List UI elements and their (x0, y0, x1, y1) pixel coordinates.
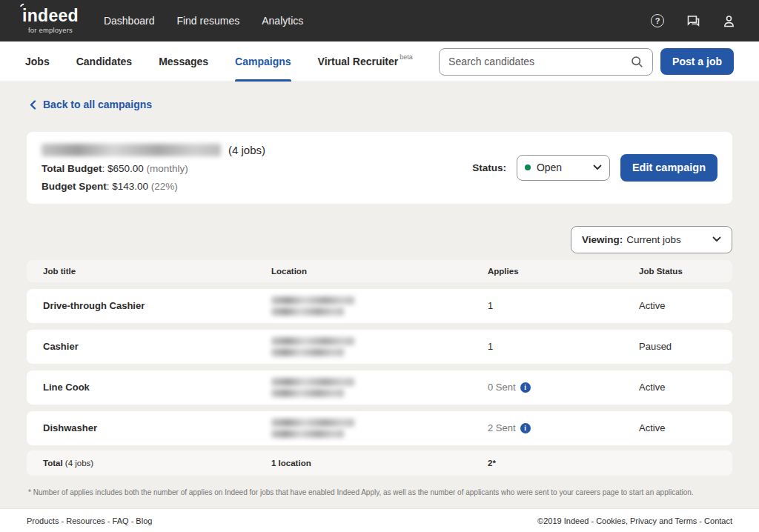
chat-icon[interactable] (685, 13, 701, 29)
table-header-row: Job title Location Applies Job Status (27, 260, 732, 282)
chevron-down-icon (712, 236, 721, 242)
applies-count: 1 (488, 341, 639, 352)
viewing-value: Current jobs (626, 234, 681, 245)
indeed-logo[interactable]: indeed for employers (22, 7, 79, 34)
job-status: Paused (639, 341, 720, 352)
campaign-status-dropdown[interactable]: Open (517, 155, 610, 181)
redacted-campaign-name (42, 144, 221, 156)
job-status: Active (639, 422, 720, 433)
job-title: Cashier (43, 341, 271, 352)
topnav-item-find-resumes[interactable]: Find resumes (176, 15, 239, 27)
footer-right-links: ©2019 Indeed - Cookies, Privacy and Term… (537, 516, 732, 525)
tab-candidates[interactable]: Candidates (76, 41, 132, 82)
chevron-down-icon (593, 164, 602, 170)
search-input[interactable] (448, 56, 631, 67)
footer-left-links: Products - Resources - FAQ - Blog (27, 516, 152, 525)
viewing-filter-dropdown[interactable]: Viewing: Current jobs (571, 226, 732, 253)
account-icon[interactable] (720, 13, 737, 29)
post-a-job-button[interactable]: Post a job (660, 48, 734, 75)
job-title: Dishwasher (43, 422, 271, 433)
budget-spent-line: Budget Spent: $143.00 (22%) (42, 181, 265, 192)
footer-link-blog[interactable]: Blog (136, 516, 152, 525)
applies-count: 0 Sent (488, 382, 639, 393)
total-budget-line: Total Budget: $650.00 (monthly) (42, 163, 265, 174)
topnav-item-analytics[interactable]: Analytics (262, 15, 303, 27)
topnav-links: Dashboard Find resumes Analytics (104, 15, 303, 27)
secondary-navigation-bar: Jobs Candidates Messages Campaigns Virtu… (0, 41, 759, 82)
total-label: Total (43, 459, 63, 468)
status-open-dot-icon (525, 164, 531, 170)
tab-virtual-recruiter[interactable]: Virtual Recruiterbeta (318, 41, 413, 82)
table-row[interactable]: Drive-through Cashier 1 Active (27, 289, 732, 323)
footer-copyright: ©2019 Indeed (537, 516, 589, 525)
table-row[interactable]: Line Cook 0 Sent Active (27, 370, 732, 405)
footer-link-resources[interactable]: Resources (66, 516, 105, 525)
page-footer: Products - Resources - FAQ - Blog ©2019 … (0, 508, 759, 532)
candidate-search-box[interactable] (439, 48, 653, 76)
chevron-left-icon (30, 100, 36, 110)
indeed-logo-text: indeed (22, 7, 79, 24)
job-status: Active (639, 382, 720, 393)
redacted-location (271, 378, 488, 397)
back-to-campaigns-link[interactable]: Back to all campaigns (30, 99, 152, 110)
campaign-summary-card: (4 jobs) Total Budget: $650.00 (monthly)… (27, 132, 732, 204)
topnav-item-dashboard[interactable]: Dashboard (104, 15, 155, 27)
info-icon[interactable] (520, 423, 531, 433)
total-locations: 1 location (271, 459, 488, 468)
footer-link-products[interactable]: Products (27, 516, 59, 525)
job-title: Line Cook (43, 382, 271, 393)
status-label: Status: (472, 162, 506, 173)
footer-link-faq[interactable]: FAQ (113, 516, 129, 525)
jobs-table: Job title Location Applies Job Status Dr… (27, 260, 732, 496)
col-header-job-status: Job Status (639, 267, 720, 276)
campaign-info: (4 jobs) Total Budget: $650.00 (monthly)… (42, 144, 265, 192)
search-icon (631, 56, 643, 68)
main-content: Back to all campaigns (4 jobs) Total Bud… (0, 82, 759, 496)
applies-count: 1 (488, 300, 639, 311)
table-row[interactable]: Dishwasher 2 Sent Active (27, 411, 732, 445)
footer-link-contact[interactable]: Contact (704, 516, 732, 525)
col-header-location: Location (271, 267, 488, 276)
col-header-applies: Applies (488, 267, 639, 276)
applies-count: 2 Sent (488, 422, 639, 433)
edit-campaign-button[interactable]: Edit campaign (620, 154, 717, 182)
redacted-location (271, 337, 488, 356)
beta-badge: beta (400, 53, 413, 61)
total-jobs-count: (4 jobs) (65, 459, 93, 468)
total-applies: 2* (488, 459, 639, 468)
redacted-location (271, 296, 488, 316)
applies-footnote: * Number of applies includes both the nu… (28, 488, 732, 496)
job-status: Active (639, 300, 720, 311)
top-navigation-bar: indeed for employers Dashboard Find resu… (0, 0, 759, 41)
tab-messages[interactable]: Messages (159, 41, 208, 82)
redacted-location (271, 419, 488, 438)
col-header-job-title: Job title (43, 267, 271, 276)
campaign-jobs-count: (4 jobs) (228, 144, 265, 156)
status-value: Open (537, 162, 587, 173)
help-icon[interactable]: ? (649, 13, 666, 29)
indeed-logo-subtitle: for employers (22, 26, 79, 34)
table-row[interactable]: Cashier 1 Paused (27, 330, 732, 364)
job-title: Drive-through Cashier (43, 300, 271, 311)
tab-campaigns[interactable]: Campaigns (235, 41, 291, 82)
info-icon[interactable] (520, 382, 531, 393)
table-total-row: Total (4 jobs) 1 location 2* (27, 450, 732, 476)
tab-jobs[interactable]: Jobs (25, 41, 50, 82)
footer-link-cookies-privacy-terms[interactable]: Cookies, Privacy and Terms (596, 516, 697, 525)
